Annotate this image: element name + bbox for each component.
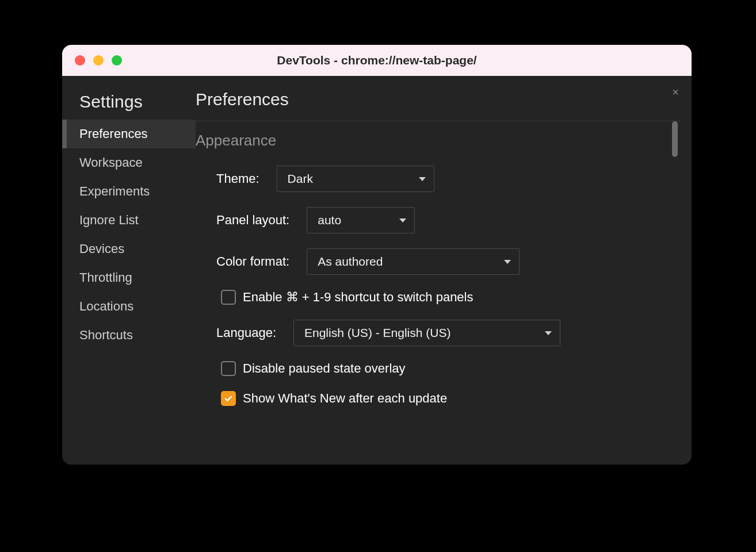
chevron-down-icon <box>545 331 552 335</box>
sidebar-item-label: Throttling <box>79 270 132 285</box>
sidebar-item-label: Shortcuts <box>79 328 133 342</box>
color-format-select[interactable]: As authored <box>307 248 520 275</box>
panel-layout-label: Panel layout: <box>216 213 289 228</box>
theme-select-value: Dark <box>288 172 313 186</box>
sidebar-item-label: Ignore List <box>79 213 139 227</box>
sidebar-item-label: Workspace <box>79 155 143 170</box>
sidebar-item-experiments[interactable]: Experiments <box>62 177 196 206</box>
sidebar-item-workspace[interactable]: Workspace <box>62 148 196 177</box>
window-zoom-button[interactable] <box>112 55 122 66</box>
panel-layout-select-value: auto <box>318 213 341 227</box>
settings-main: Preferences Appearance Theme: Dark Panel… <box>196 76 692 465</box>
titlebar: DevTools - chrome://new-tab-page/ <box>62 45 692 76</box>
language-select[interactable]: English (US) - English (US) <box>293 320 560 346</box>
language-row: Language: English (US) - English (US) <box>196 320 677 346</box>
panel-layout-row: Panel layout: auto <box>196 207 677 233</box>
scrollbar-thumb[interactable] <box>672 121 678 157</box>
enable-shortcut-row: Enable ⌘ + 1-9 shortcut to switch panels <box>196 290 677 305</box>
panel-layout-select[interactable]: auto <box>307 207 415 233</box>
show-whats-new-label: Show What's New after each update <box>243 391 447 406</box>
sidebar-item-label: Devices <box>79 241 124 256</box>
settings-sidebar: Settings Preferences Workspace Experimen… <box>62 76 196 465</box>
show-whats-new-checkbox[interactable] <box>221 391 236 406</box>
section-heading-appearance: Appearance <box>196 132 677 150</box>
disable-paused-overlay-row: Disable paused state overlay <box>196 361 677 376</box>
sidebar-item-preferences[interactable]: Preferences <box>62 120 196 148</box>
theme-select[interactable]: Dark <box>277 166 434 192</box>
disable-paused-overlay-checkbox[interactable] <box>221 361 236 376</box>
enable-shortcut-checkbox[interactable] <box>221 290 236 305</box>
language-select-value: English (US) - English (US) <box>304 326 450 340</box>
chevron-down-icon <box>419 177 426 181</box>
devtools-settings-window: DevTools - chrome://new-tab-page/ × Sett… <box>62 45 692 465</box>
color-format-label: Color format: <box>216 254 289 269</box>
theme-row: Theme: Dark <box>196 166 677 192</box>
chevron-down-icon <box>504 260 511 264</box>
sidebar-item-ignore-list[interactable]: Ignore List <box>62 206 196 235</box>
color-format-row: Color format: As authored <box>196 248 677 275</box>
window-title: DevTools - chrome://new-tab-page/ <box>62 53 692 67</box>
chevron-down-icon <box>399 218 406 223</box>
show-whats-new-row: Show What's New after each update <box>196 391 677 406</box>
sidebar-item-shortcuts[interactable]: Shortcuts <box>62 321 196 350</box>
sidebar-item-throttling[interactable]: Throttling <box>62 263 196 292</box>
sidebar-item-label: Locations <box>79 299 133 313</box>
sidebar-item-locations[interactable]: Locations <box>62 292 196 321</box>
sidebar-item-devices[interactable]: Devices <box>62 235 196 263</box>
color-format-select-value: As authored <box>318 255 383 269</box>
preferences-content: Appearance Theme: Dark Panel layout: aut… <box>196 121 681 465</box>
enable-shortcut-label: Enable ⌘ + 1-9 shortcut to switch panels <box>243 290 474 305</box>
window-close-button[interactable] <box>75 55 85 66</box>
check-icon <box>224 394 233 403</box>
settings-body: × Settings Preferences Workspace Experim… <box>62 76 692 465</box>
sidebar-item-label: Preferences <box>79 126 148 141</box>
page-title: Preferences <box>196 90 681 109</box>
theme-label: Theme: <box>216 171 259 186</box>
sidebar-item-label: Experiments <box>79 184 150 198</box>
traffic-lights <box>75 55 122 66</box>
window-minimize-button[interactable] <box>93 55 104 66</box>
sidebar-title: Settings <box>62 90 196 120</box>
disable-paused-overlay-label: Disable paused state overlay <box>243 361 406 376</box>
language-label: Language: <box>216 325 276 340</box>
